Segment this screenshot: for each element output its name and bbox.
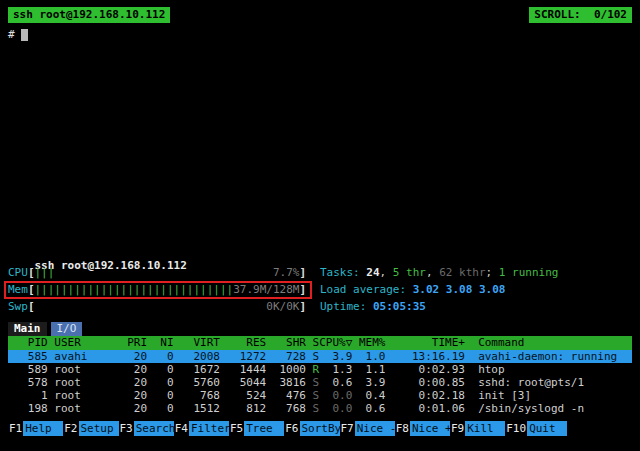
col-pri[interactable]: PRI (114, 336, 147, 350)
shell-prompt: # (8, 28, 15, 41)
state-cell: S (306, 402, 319, 415)
col-time[interactable]: TIME+ (385, 336, 464, 350)
load-average-values: 3.02 3.08 3.08 (413, 283, 506, 296)
pid-cell: 578 (8, 376, 48, 389)
fkey-sortby[interactable]: F6SortBy (284, 421, 339, 436)
virt-cell: 1672 (174, 363, 220, 376)
virt-cell: 5760 (174, 376, 220, 389)
user-cell: root (48, 376, 114, 389)
top-terminal-pane[interactable]: # (8, 23, 632, 243)
pri-cell: 20 (114, 389, 147, 402)
uptime: Uptime: 05:05:35 (320, 300, 426, 314)
cpu-bracket-close: ] (299, 266, 306, 279)
fkey-label: Nice + (410, 421, 450, 436)
ni-cell: 0 (147, 402, 173, 415)
shr-cell: 1000 (266, 363, 306, 376)
col-shr[interactable]: SHR (266, 336, 306, 350)
swp-stats-row: Swp[ 0K/0K] Uptime: 05:05:35 (8, 300, 632, 314)
col-ni[interactable]: NI (147, 336, 173, 350)
fkey-setup[interactable]: F2Setup (63, 421, 118, 436)
bottom-pane-titlebar: ssh root@192.168.10.112 (8, 243, 632, 258)
terminal-cursor (21, 29, 28, 41)
top-pane-title: ssh root@192.168.10.112 (8, 7, 170, 23)
swap-meter-bars (35, 300, 267, 313)
swap-meter-value: 0K/0K (266, 300, 299, 313)
cpu-cell: 0.0 (319, 389, 352, 402)
mem-cell: 3.9 (352, 376, 385, 389)
pid-cell: 1 (8, 389, 48, 402)
col-virt[interactable]: VIRT (174, 336, 220, 350)
function-key-bar: F1Help F2Setup F3Search F4Filter F5Tree … (8, 421, 632, 436)
col-user[interactable]: USER (48, 336, 114, 350)
mem-stats-row: Mem[||||||||||||||||||||||||||||||37.9M/… (8, 283, 632, 297)
mem-meter-label: Mem (8, 283, 28, 296)
col-mem[interactable]: MEM% (352, 336, 385, 350)
fkey-kill[interactable]: F9Kill (450, 421, 505, 436)
tasks-sep: , (380, 266, 393, 279)
process-row[interactable]: 589root200167214441000R1.31.10:02.93htop (8, 363, 632, 376)
time-cell: 0:01.06 (385, 402, 464, 415)
col-state[interactable]: S (306, 336, 319, 350)
res-cell: 524 (220, 389, 266, 402)
fkey-quit[interactable]: F10Quit (505, 421, 567, 436)
command-cell: avahi-daemon: running (465, 350, 632, 363)
scroll-indicator: SCROLL: 0/102 (529, 7, 632, 23)
command-cell: htop (465, 363, 632, 376)
pri-cell: 20 (114, 376, 147, 389)
fkey-tree[interactable]: F5Tree (229, 421, 284, 436)
fkey-label: Setup (79, 421, 119, 436)
tasks-count: 24 (366, 266, 379, 279)
tasks-threads: 5 thr (393, 266, 426, 279)
fkey-label: Help (23, 421, 63, 436)
col-pid[interactable]: PID (8, 336, 48, 350)
mem-meter-bars: |||||||||||||||||||||||||||||| (35, 283, 234, 296)
fkey-label: Nice - (355, 421, 395, 436)
fkey-search[interactable]: F3Search (119, 421, 174, 436)
mem-meter: Mem[||||||||||||||||||||||||||||||37.9M/… (8, 283, 320, 297)
tab-io[interactable]: I/O (51, 322, 83, 336)
shr-cell: 728 (266, 350, 306, 363)
pri-cell: 20 (114, 350, 147, 363)
state-cell: S (306, 389, 319, 402)
ni-cell: 0 (147, 350, 173, 363)
fkey-filter[interactable]: F4Filter (174, 421, 229, 436)
tasks-summary: Tasks: 24, 5 thr, 62 kthr; 1 running (320, 266, 558, 280)
time-cell: 0:02.18 (385, 389, 464, 402)
process-row[interactable]: 198root2001512812768S0.00.60:01.06/sbin/… (8, 402, 632, 415)
cpu-bracket-open: [ (28, 266, 35, 279)
pid-cell: 589 (8, 363, 48, 376)
cpu-meter-value: 7.7% (273, 266, 300, 279)
virt-cell: 768 (174, 389, 220, 402)
swap-bracket-close: ] (299, 300, 306, 313)
virt-cell: 1512 (174, 402, 220, 415)
top-pane-titlebar: ssh root@192.168.10.112 SCROLL: 0/102 (8, 7, 632, 23)
tasks-sep: , (426, 266, 439, 279)
htop-panel: CPU[||| 7.7%] Tasks: 24, 5 thr, 62 kthr;… (8, 266, 632, 436)
time-cell: 0:00.85 (385, 376, 464, 389)
mem-cell: 1.1 (352, 363, 385, 376)
col-cpu[interactable]: CPU%▽ (319, 336, 352, 350)
col-command[interactable]: Command (465, 336, 632, 350)
user-cell: avahi (48, 350, 114, 363)
process-row[interactable]: 1root200768524476S0.00.40:02.18init [3] (8, 389, 632, 402)
user-cell: root (48, 363, 114, 376)
prompt-line[interactable]: # (8, 28, 632, 42)
fkey-label: SortBy (300, 421, 340, 436)
time-cell: 13:16.19 (385, 350, 464, 363)
swap-meter: Swp[ 0K/0K] (8, 300, 320, 314)
fkey-label: Search (134, 421, 174, 436)
uptime-value: 05:05:35 (373, 300, 426, 313)
cpu-cell: 0.0 (319, 402, 352, 415)
fkey-nice-minus[interactable]: F7Nice - (340, 421, 395, 436)
pri-cell: 20 (114, 363, 147, 376)
fkey-key: F8 (395, 421, 410, 436)
process-row-selected[interactable]: 585avahi20020081272728S3.91.013:16.19ava… (8, 350, 632, 363)
fkey-help[interactable]: F1Help (8, 421, 63, 436)
mem-cell: 0.6 (352, 402, 385, 415)
fkey-nice-plus[interactable]: F8Nice + (395, 421, 450, 436)
process-row[interactable]: 578root200576050443816S0.63.90:00.85sshd… (8, 376, 632, 389)
ni-cell: 0 (147, 389, 173, 402)
uptime-label: Uptime: (320, 300, 373, 313)
col-res[interactable]: RES (220, 336, 266, 350)
tab-main[interactable]: Main (8, 322, 47, 336)
